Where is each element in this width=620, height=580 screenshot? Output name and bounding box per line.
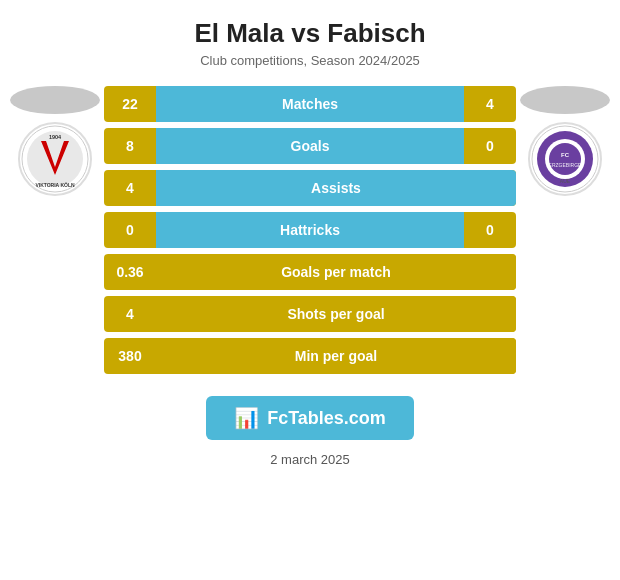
- stat-left-value: 4: [104, 180, 156, 196]
- fctables-icon: 📊: [234, 406, 259, 430]
- stat-row: 0.36Goals per match: [104, 254, 516, 290]
- left-club-logo: VIKTORIA KÖLN 1904: [18, 122, 92, 196]
- svg-text:VIKTORIA KÖLN: VIKTORIA KÖLN: [35, 182, 75, 188]
- stat-left-value: 4: [104, 306, 156, 322]
- svg-text:ERZGEBIRGE: ERZGEBIRGE: [549, 162, 582, 168]
- stat-left-value: 0: [104, 222, 156, 238]
- right-side-col: FC ERZGEBIRGE AUE: [520, 86, 610, 196]
- stats-center-col: 22Matches48Goals04Assists0Hattricks00.36…: [104, 86, 516, 374]
- stat-row: 22Matches4: [104, 86, 516, 122]
- stat-bar: Shots per goal: [156, 296, 516, 332]
- stat-right-value: 0: [464, 222, 516, 238]
- stat-right-value: 0: [464, 138, 516, 154]
- erzgebirge-aue-svg: FC ERZGEBIRGE AUE: [531, 125, 599, 193]
- stat-bar: Assists: [156, 170, 516, 206]
- svg-text:FC: FC: [561, 152, 570, 158]
- stat-left-value: 22: [104, 96, 156, 112]
- stat-left-value: 380: [104, 348, 156, 364]
- stat-right-value: 4: [464, 96, 516, 112]
- stat-label: Goals per match: [281, 264, 391, 280]
- stat-label: Matches: [282, 96, 338, 112]
- stat-bar: Goals: [156, 128, 464, 164]
- match-subtitle: Club competitions, Season 2024/2025: [200, 53, 420, 68]
- match-date: 2 march 2025: [270, 452, 350, 467]
- stat-left-value: 0.36: [104, 264, 156, 280]
- stat-label: Shots per goal: [287, 306, 384, 322]
- stat-label: Assists: [311, 180, 361, 196]
- stat-row: 380Min per goal: [104, 338, 516, 374]
- page: El Mala vs Fabisch Club competitions, Se…: [0, 0, 620, 580]
- svg-point-8: [549, 143, 581, 175]
- stat-row: 8Goals0: [104, 128, 516, 164]
- stat-bar: Hattricks: [156, 212, 464, 248]
- stat-row: 0Hattricks0: [104, 212, 516, 248]
- upper-area: VIKTORIA KÖLN 1904 22Matches48Goals04Ass…: [10, 86, 610, 374]
- viktoria-koln-svg: VIKTORIA KÖLN 1904: [21, 125, 89, 193]
- left-top-ellipse: [10, 86, 100, 114]
- left-side-col: VIKTORIA KÖLN 1904: [10, 86, 100, 196]
- fctables-text: FcTables.com: [267, 408, 386, 429]
- match-title: El Mala vs Fabisch: [194, 18, 425, 49]
- svg-text:1904: 1904: [49, 134, 62, 140]
- right-top-ellipse: [520, 86, 610, 114]
- svg-text:AUE: AUE: [560, 178, 571, 184]
- stat-bar: Min per goal: [156, 338, 516, 374]
- right-club-logo: FC ERZGEBIRGE AUE: [528, 122, 602, 196]
- stat-left-value: 8: [104, 138, 156, 154]
- stat-bar: Matches: [156, 86, 464, 122]
- stat-label: Hattricks: [280, 222, 340, 238]
- fctables-banner[interactable]: 📊 FcTables.com: [206, 396, 414, 440]
- stat-label: Goals: [291, 138, 330, 154]
- stat-row: 4Shots per goal: [104, 296, 516, 332]
- stat-label: Min per goal: [295, 348, 377, 364]
- stat-row: 4Assists: [104, 170, 516, 206]
- stat-bar: Goals per match: [156, 254, 516, 290]
